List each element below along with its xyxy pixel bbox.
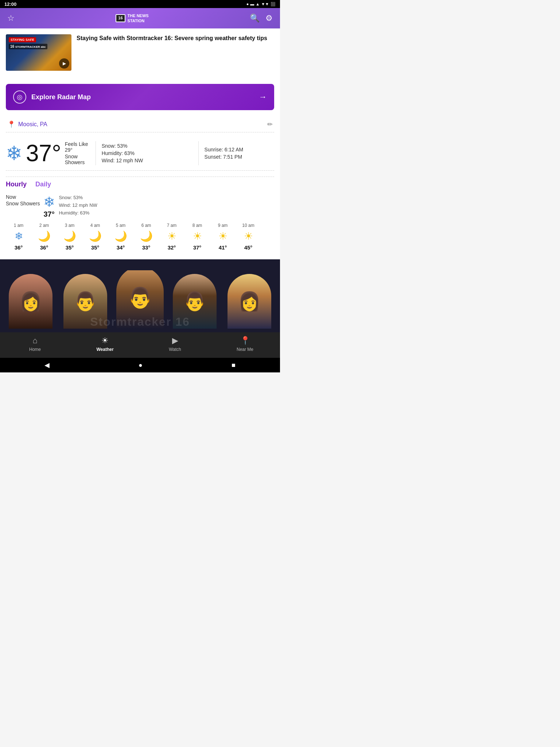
temperature-display: 37° [26,142,61,165]
back-button[interactable]: ◀ [44,361,50,369]
hourly-item: 4 am🌙35° [82,223,108,251]
hourly-now-row: Now Snow Showers ❄ 37° Snow: 53% Wind: 1… [6,194,274,218]
weather-temp-col: ❄ 37° Feels Like 29° Snow Showers [6,141,96,165]
home-label: Home [29,347,41,352]
hourly-item: 2 am🌙36° [31,223,57,251]
recents-button[interactable]: ■ [232,361,236,369]
location-pin-icon: 📍 [7,120,15,128]
radar-left: ◎ Explore Radar Map [13,90,91,104]
settings-icon[interactable]: ⚙ [265,13,273,23]
sunrise: Sunrise: 6:12 AM [205,147,274,152]
feels-like: Feels Like 29° [65,141,90,153]
weather-main: ❄ 37° Feels Like 29° Snow Showers Snow: … [6,136,274,171]
now-snow: Snow: 53% [59,194,97,202]
nav-item-home[interactable]: ⌂ Home [0,336,70,352]
hour-temp: 36° [40,244,48,251]
star-icon[interactable]: ☆ [7,13,15,23]
now-label: Now [6,194,40,200]
hour-label: 7 am [167,223,177,228]
thumb-logo: 16 STORMTRACKER abc [9,44,47,49]
hour-icon: 🌙 [114,230,127,242]
channel-number: 16 [116,14,125,22]
now-condition: Snow Showers [6,201,40,206]
hour-temp: 32° [168,244,176,251]
hour-label: 6 am [141,223,151,228]
hourly-item: 8 am☀37° [184,223,210,251]
weather-icon: ☀ [101,336,109,345]
location-left: 📍 Moosic, PA [7,120,47,128]
status-icons: ● ▬ ▲ ▼▼ ⬛ [246,2,276,7]
pocket-casts-icon: ● [246,2,249,6]
nav-item-watch[interactable]: ▶ Watch [140,336,210,352]
nav-item-weather[interactable]: ☀ Weather [70,336,140,352]
signal-icon: ▼▼ [261,2,269,6]
edit-icon[interactable]: ✏ [267,120,273,128]
forecast-tabs: Hourly Daily [6,181,274,189]
article-title[interactable]: Staying Safe with Stormtracker 16: Sever… [77,34,267,71]
channel-name: THE NEWSSTATION [128,13,149,24]
hour-icon: 🌙 [140,230,153,242]
tab-hourly[interactable]: Hourly [6,181,27,189]
radar-label: Explore Radar Map [31,93,91,101]
hour-temp: 33° [142,244,151,251]
search-icon[interactable]: 🔍 [250,13,260,23]
divider [6,177,274,177]
radar-banner[interactable]: ◎ Explore Radar Map → [6,84,274,110]
status-time: 12:00 [4,1,16,7]
top-nav: ☆ 16 THE NEWSSTATION 🔍 ⚙ [0,8,280,28]
hour-label: 10 am [242,223,254,228]
nav-logo: 16 THE NEWSSTATION [116,13,148,24]
radar-icon: ◎ [13,90,26,104]
play-button[interactable]: ▶ [59,58,69,69]
hour-temp: 34° [117,244,125,251]
tab-daily[interactable]: Daily [35,181,51,189]
team-section: 👩 👨 👨 👨 👩 Stormtracker 16 [0,259,280,332]
status-bar: 12:00 ● ▬ ▲ ▼▼ ⬛ [0,0,280,8]
now-humidity: Humidity: 63% [59,209,97,217]
main-content: STAYING SAFE 16 STORMTRACKER abc ▶ Stayi… [0,28,280,259]
hour-label: 8 am [192,223,202,228]
wallet-icon: ▬ [250,2,254,6]
snowflake-icon: ❄ [6,142,22,165]
hour-temp: 35° [66,244,74,251]
play-icon: ▶ [63,61,66,66]
hourly-item: 7 am☀32° [159,223,184,251]
nav-right-icons: 🔍 ⚙ [250,13,273,23]
hour-label: 1 am [14,223,24,228]
thumb-badge: STAYING SAFE [9,37,36,42]
sunset: Sunset: 7:51 PM [205,154,274,160]
temp-details: Feels Like 29° Snow Showers [65,141,90,165]
stormtracker-label: Stormtracker 16 [0,315,280,329]
weather-stats-col: Snow: 53% Humidity: 63% Wind: 12 mph NW [96,141,199,165]
now-weather-icon: ❄ [43,194,55,210]
hour-temp: 37° [193,244,202,251]
watch-label: Watch [169,347,181,352]
weather-sun-col: Sunrise: 6:12 AM Sunset: 7:51 PM [199,141,274,165]
hour-icon: ☀ [167,230,176,242]
hourly-item: 1 am❄36° [6,223,31,251]
system-nav: ◀ ● ■ [0,358,280,372]
hourly-item: 6 am🌙33° [133,223,159,251]
article-card[interactable]: STAYING SAFE 16 STORMTRACKER abc ▶ Stayi… [6,34,274,77]
nearme-icon: 📍 [240,336,250,345]
nav-item-nearme[interactable]: 📍 Near Me [210,336,280,352]
location-name[interactable]: Moosic, PA [18,121,47,128]
hour-label: 9 am [218,223,228,228]
hour-icon: 🌙 [38,230,51,242]
hour-temp: 35° [91,244,100,251]
home-button[interactable]: ● [139,361,143,369]
hourly-item: 3 am🌙35° [57,223,82,251]
home-icon: ⌂ [32,336,37,345]
hour-icon: ❄ [15,230,23,242]
hour-temp: 41° [219,244,227,251]
nearme-label: Near Me [237,347,253,352]
wifi-icon: ▲ [256,2,260,6]
current-condition: Snow Showers [65,154,90,165]
hour-icon: 🌙 [89,230,102,242]
article-thumbnail[interactable]: STAYING SAFE 16 STORMTRACKER abc ▶ [6,34,71,71]
bottom-nav: ⌂ Home ☀ Weather ▶ Watch 📍 Near Me [0,332,280,358]
hourly-item: 9 am☀41° [210,223,236,251]
humidity: Humidity: 63% [102,150,192,156]
battery-icon: ⬛ [271,2,276,7]
hour-icon: 🌙 [63,230,76,242]
